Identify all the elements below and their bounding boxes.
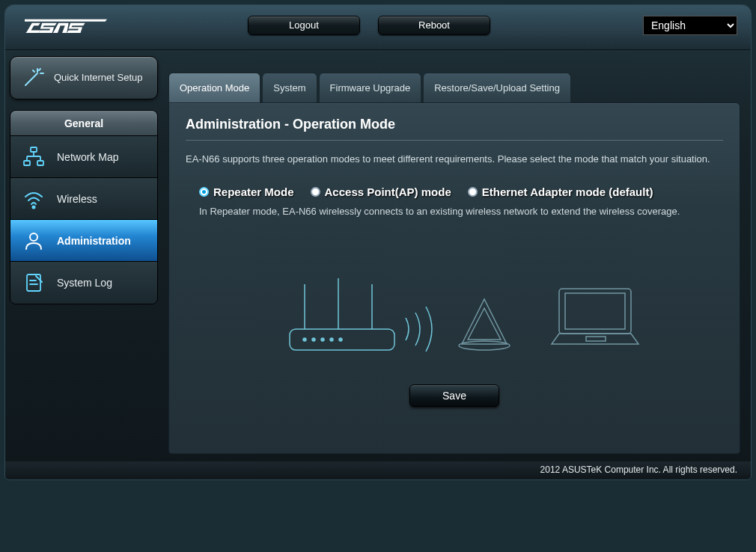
footer-copyright: 2012 ASUSTeK Computer Inc. All rights re…: [5, 461, 751, 479]
panel-title: Administration - Operation Mode: [186, 117, 723, 141]
tab-restore-save-upload[interactable]: Restore/Save/Upload Setting: [423, 73, 571, 102]
content-area: Operation Mode System Firmware Upgrade R…: [162, 50, 751, 461]
svg-point-27: [312, 338, 315, 341]
sidebar-item-label: Wireless: [57, 193, 97, 205]
svg-rect-19: [27, 275, 40, 291]
logout-button[interactable]: Logout: [248, 16, 360, 35]
svg-point-17: [33, 206, 35, 208]
tab-bar: Operation Mode System Firmware Upgrade R…: [168, 73, 740, 102]
svg-line-8: [33, 70, 34, 72]
svg-point-30: [339, 338, 342, 341]
content-panel: Administration - Operation Mode EA-N66 s…: [168, 102, 740, 454]
asus-logo-icon: [25, 17, 107, 40]
svg-rect-33: [565, 293, 625, 329]
language-select[interactable]: English: [643, 16, 737, 35]
administration-icon: [22, 230, 45, 252]
sidebar-item-administration[interactable]: Administration: [10, 220, 157, 262]
mode-illustration-icon: [186, 247, 723, 367]
panel-description: EA-N66 supports three operation modes to…: [186, 153, 723, 166]
tab-firmware-upgrade[interactable]: Firmware Upgrade: [319, 73, 422, 102]
wand-icon: [21, 66, 45, 90]
radio-icon: [199, 187, 209, 197]
network-map-icon: [22, 146, 45, 168]
reboot-button[interactable]: Reboot: [378, 16, 490, 35]
sidebar-item-system-log[interactable]: System Log: [10, 262, 157, 304]
svg-rect-10: [31, 147, 37, 152]
mode-option-access-point[interactable]: Access Point(AP) mode: [311, 185, 451, 198]
svg-line-5: [25, 73, 37, 85]
mode-option-repeater[interactable]: Repeater Mode: [199, 185, 294, 198]
svg-line-9: [39, 69, 40, 70]
svg-rect-34: [586, 337, 606, 341]
svg-point-31: [459, 341, 510, 350]
svg-point-29: [330, 338, 333, 341]
radio-icon: [311, 187, 320, 197]
sidebar-menu: General: [10, 110, 158, 304]
svg-rect-32: [559, 289, 631, 334]
sidebar: Quick Internet Setup General: [5, 50, 162, 309]
svg-marker-4: [25, 19, 107, 22]
svg-point-18: [30, 233, 37, 241]
quick-internet-setup-label: Quick Internet Setup: [54, 72, 143, 84]
sidebar-item-label: System Log: [57, 277, 112, 289]
radio-icon: [468, 187, 478, 197]
sidebar-menu-header: General: [10, 111, 157, 136]
mode-option-ethernet-adapter[interactable]: Ethernet Adapter mode (default): [468, 185, 653, 198]
svg-rect-11: [24, 161, 30, 165]
svg-point-28: [321, 338, 324, 341]
app-window: Logout Reboot English: [4, 4, 752, 480]
svg-point-26: [303, 338, 306, 341]
save-button[interactable]: Save: [409, 384, 499, 407]
mode-label: Access Point(AP) mode: [325, 185, 451, 198]
header-bar: Logout Reboot English: [5, 5, 751, 50]
tab-operation-mode[interactable]: Operation Mode: [168, 73, 260, 102]
sidebar-item-label: Network Map: [57, 151, 118, 163]
quick-internet-setup-button[interactable]: Quick Internet Setup: [10, 56, 158, 99]
system-log-icon: [22, 272, 45, 294]
svg-marker-3: [67, 23, 85, 33]
tab-system[interactable]: System: [262, 73, 317, 102]
svg-marker-0: [25, 23, 40, 33]
mode-radio-group: Repeater Mode Access Point(AP) mode Ethe…: [199, 185, 723, 198]
mode-description: In Repeater mode, EA-N66 wirelessly conn…: [199, 206, 723, 217]
svg-rect-12: [37, 161, 43, 165]
mode-label: Repeater Mode: [213, 185, 294, 198]
sidebar-item-wireless[interactable]: Wireless: [10, 178, 157, 220]
sidebar-item-label: Administration: [57, 235, 131, 247]
mode-label: Ethernet Adapter mode (default): [482, 185, 653, 198]
sidebar-item-network-map[interactable]: Network Map: [10, 136, 157, 178]
wireless-icon: [22, 188, 45, 210]
